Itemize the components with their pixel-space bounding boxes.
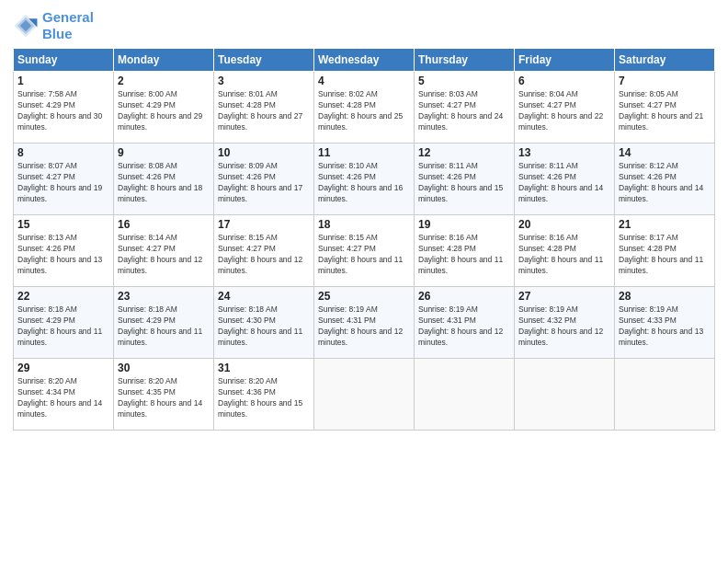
- calendar-day-cell: 10Sunrise: 8:09 AMSunset: 4:26 PMDayligh…: [214, 144, 314, 215]
- weekday-header-wednesday: Wednesday: [314, 49, 415, 72]
- calendar-day-cell: 18Sunrise: 8:15 AMSunset: 4:27 PMDayligh…: [314, 215, 415, 287]
- calendar-week-row: 8Sunrise: 8:07 AMSunset: 4:27 PMDaylight…: [14, 144, 715, 215]
- day-info: Sunrise: 8:07 AMSunset: 4:27 PMDaylight:…: [17, 161, 109, 205]
- header: General Blue: [13, 9, 715, 42]
- day-number: 8: [17, 146, 109, 159]
- calendar-day-cell: 3Sunrise: 8:01 AMSunset: 4:28 PMDaylight…: [214, 72, 314, 144]
- day-info: Sunrise: 8:20 AMSunset: 4:34 PMDaylight:…: [17, 376, 109, 420]
- day-info: Sunrise: 8:16 AMSunset: 4:28 PMDaylight:…: [518, 233, 610, 277]
- day-number: 13: [518, 146, 610, 159]
- day-info: Sunrise: 8:11 AMSunset: 4:26 PMDaylight:…: [418, 161, 510, 205]
- logo-icon: [13, 13, 39, 39]
- calendar-day-cell: 21Sunrise: 8:17 AMSunset: 4:28 PMDayligh…: [615, 215, 715, 287]
- day-number: 15: [17, 218, 109, 231]
- day-info: Sunrise: 8:12 AMSunset: 4:26 PMDaylight:…: [619, 161, 711, 205]
- calendar-week-row: 22Sunrise: 8:18 AMSunset: 4:29 PMDayligh…: [14, 287, 715, 359]
- day-info: Sunrise: 8:00 AMSunset: 4:29 PMDaylight:…: [118, 89, 210, 133]
- day-number: 30: [118, 362, 210, 374]
- calendar-day-cell: 14Sunrise: 8:12 AMSunset: 4:26 PMDayligh…: [615, 144, 715, 215]
- calendar-day-cell: 30Sunrise: 8:20 AMSunset: 4:35 PMDayligh…: [114, 359, 214, 431]
- day-number: 10: [218, 146, 310, 159]
- calendar-day-cell: 22Sunrise: 8:18 AMSunset: 4:29 PMDayligh…: [14, 287, 114, 359]
- weekday-header-friday: Friday: [515, 49, 615, 72]
- day-info: Sunrise: 8:08 AMSunset: 4:26 PMDaylight:…: [118, 161, 210, 205]
- day-number: 5: [418, 75, 510, 87]
- day-number: 18: [318, 218, 410, 231]
- calendar-day-cell: 31Sunrise: 8:20 AMSunset: 4:36 PMDayligh…: [214, 359, 314, 431]
- calendar-day-cell: [615, 359, 715, 431]
- day-info: Sunrise: 8:18 AMSunset: 4:29 PMDaylight:…: [17, 304, 109, 349]
- calendar-day-cell: 29Sunrise: 8:20 AMSunset: 4:34 PMDayligh…: [14, 359, 114, 431]
- day-info: Sunrise: 8:19 AMSunset: 4:32 PMDaylight:…: [518, 304, 610, 349]
- day-info: Sunrise: 8:18 AMSunset: 4:29 PMDaylight:…: [118, 304, 210, 349]
- day-info: Sunrise: 8:14 AMSunset: 4:27 PMDaylight:…: [118, 233, 210, 277]
- day-number: 6: [518, 75, 610, 87]
- day-info: Sunrise: 8:15 AMSunset: 4:27 PMDaylight:…: [218, 233, 310, 277]
- day-number: 29: [17, 362, 109, 374]
- calendar-day-cell: 16Sunrise: 8:14 AMSunset: 4:27 PMDayligh…: [114, 215, 214, 287]
- calendar-day-cell: 15Sunrise: 8:13 AMSunset: 4:26 PMDayligh…: [14, 215, 114, 287]
- calendar-day-cell: 13Sunrise: 8:11 AMSunset: 4:26 PMDayligh…: [515, 144, 615, 215]
- day-number: 7: [619, 75, 711, 87]
- day-number: 25: [318, 290, 410, 303]
- calendar-day-cell: 4Sunrise: 8:02 AMSunset: 4:28 PMDaylight…: [314, 72, 415, 144]
- logo-text: General Blue: [42, 9, 94, 42]
- day-number: 21: [619, 218, 711, 231]
- calendar-day-cell: 25Sunrise: 8:19 AMSunset: 4:31 PMDayligh…: [314, 287, 415, 359]
- day-number: 20: [518, 218, 610, 231]
- logo: General Blue: [13, 9, 94, 42]
- day-number: 28: [619, 290, 711, 303]
- day-info: Sunrise: 8:04 AMSunset: 4:27 PMDaylight:…: [518, 89, 610, 133]
- day-info: Sunrise: 8:16 AMSunset: 4:28 PMDaylight:…: [418, 233, 510, 277]
- weekday-header-tuesday: Tuesday: [214, 49, 314, 72]
- calendar-day-cell: 12Sunrise: 8:11 AMSunset: 4:26 PMDayligh…: [415, 144, 515, 215]
- calendar-day-cell: 26Sunrise: 8:19 AMSunset: 4:31 PMDayligh…: [415, 287, 515, 359]
- day-number: 1: [17, 75, 109, 87]
- day-number: 12: [418, 146, 510, 159]
- day-number: 11: [318, 146, 410, 159]
- calendar-day-cell: 20Sunrise: 8:16 AMSunset: 4:28 PMDayligh…: [515, 215, 615, 287]
- weekday-header-saturday: Saturday: [615, 49, 715, 72]
- calendar-day-cell: 23Sunrise: 8:18 AMSunset: 4:29 PMDayligh…: [114, 287, 214, 359]
- day-number: 16: [118, 218, 210, 231]
- weekday-header-thursday: Thursday: [415, 49, 515, 72]
- day-number: 14: [619, 146, 711, 159]
- day-number: 19: [418, 218, 510, 231]
- calendar-day-cell: [314, 359, 415, 431]
- day-info: Sunrise: 8:19 AMSunset: 4:33 PMDaylight:…: [619, 304, 711, 349]
- day-number: 17: [218, 218, 310, 231]
- calendar-week-row: 15Sunrise: 8:13 AMSunset: 4:26 PMDayligh…: [14, 215, 715, 287]
- calendar-day-cell: 9Sunrise: 8:08 AMSunset: 4:26 PMDaylight…: [114, 144, 214, 215]
- day-number: 2: [118, 75, 210, 87]
- calendar-week-row: 1Sunrise: 7:58 AMSunset: 4:29 PMDaylight…: [14, 72, 715, 144]
- calendar-day-cell: 27Sunrise: 8:19 AMSunset: 4:32 PMDayligh…: [515, 287, 615, 359]
- day-number: 31: [218, 362, 310, 374]
- calendar-week-row: 29Sunrise: 8:20 AMSunset: 4:34 PMDayligh…: [14, 359, 715, 431]
- calendar-day-cell: 17Sunrise: 8:15 AMSunset: 4:27 PMDayligh…: [214, 215, 314, 287]
- weekday-header-sunday: Sunday: [14, 49, 114, 72]
- calendar-day-cell: 1Sunrise: 7:58 AMSunset: 4:29 PMDaylight…: [14, 72, 114, 144]
- weekday-header-row: SundayMondayTuesdayWednesdayThursdayFrid…: [14, 49, 715, 72]
- day-info: Sunrise: 8:20 AMSunset: 4:35 PMDaylight:…: [118, 376, 210, 420]
- day-info: Sunrise: 8:18 AMSunset: 4:30 PMDaylight:…: [218, 304, 310, 349]
- day-info: Sunrise: 8:17 AMSunset: 4:28 PMDaylight:…: [619, 233, 711, 277]
- day-number: 4: [318, 75, 410, 87]
- day-info: Sunrise: 8:20 AMSunset: 4:36 PMDaylight:…: [218, 376, 310, 420]
- calendar-day-cell: 24Sunrise: 8:18 AMSunset: 4:30 PMDayligh…: [214, 287, 314, 359]
- day-info: Sunrise: 8:03 AMSunset: 4:27 PMDaylight:…: [418, 89, 510, 133]
- calendar-day-cell: 7Sunrise: 8:05 AMSunset: 4:27 PMDaylight…: [615, 72, 715, 144]
- calendar-table: SundayMondayTuesdayWednesdayThursdayFrid…: [13, 48, 715, 431]
- day-number: 9: [118, 146, 210, 159]
- day-info: Sunrise: 7:58 AMSunset: 4:29 PMDaylight:…: [17, 89, 109, 133]
- day-info: Sunrise: 8:01 AMSunset: 4:28 PMDaylight:…: [218, 89, 310, 133]
- day-number: 22: [17, 290, 109, 303]
- calendar-day-cell: 11Sunrise: 8:10 AMSunset: 4:26 PMDayligh…: [314, 144, 415, 215]
- weekday-header-monday: Monday: [114, 49, 214, 72]
- day-info: Sunrise: 8:15 AMSunset: 4:27 PMDaylight:…: [318, 233, 410, 277]
- day-number: 3: [218, 75, 310, 87]
- day-number: 23: [118, 290, 210, 303]
- day-info: Sunrise: 8:10 AMSunset: 4:26 PMDaylight:…: [318, 161, 410, 205]
- day-info: Sunrise: 8:02 AMSunset: 4:28 PMDaylight:…: [318, 89, 410, 133]
- calendar-day-cell: 19Sunrise: 8:16 AMSunset: 4:28 PMDayligh…: [415, 215, 515, 287]
- day-number: 26: [418, 290, 510, 303]
